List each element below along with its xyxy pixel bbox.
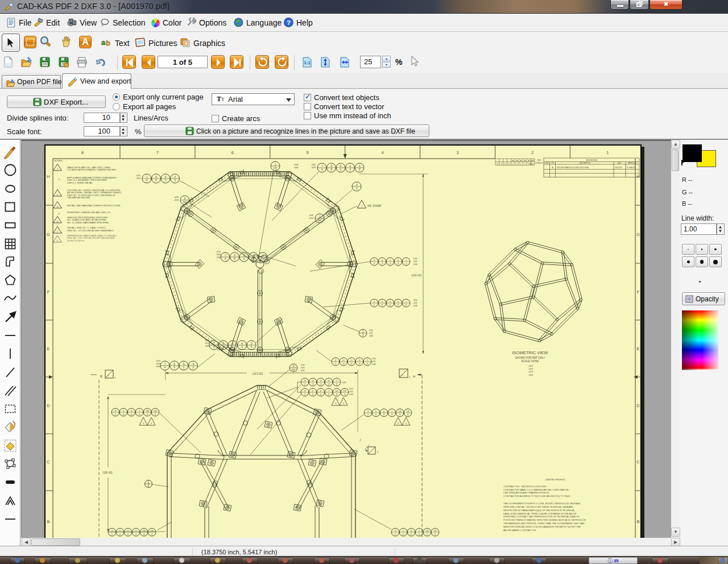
svg-text:INCORPORATED ECN NE-40027: INCORPORATED ECN NE-40027 EDA xyxy=(557,167,589,169)
svg-text:4: 4 xyxy=(382,150,384,155)
svg-text:18: 18 xyxy=(336,389,338,392)
svg-text:5: 5 xyxy=(359,168,361,171)
svg-text:-006: -006 xyxy=(371,363,376,366)
svg-text:NOTES:: NOTES: xyxy=(54,159,63,162)
svg-text:1:1: 1:1 xyxy=(304,60,311,65)
svg-text:PORTIONS THEREOF MARKED WITH T: PORTIONS THEREOF MARKED WITH THIS LEGEND… xyxy=(503,519,586,521)
svg-text:5: 5 xyxy=(183,363,185,366)
svg-text:(105.45): (105.45) xyxy=(102,471,113,474)
svg-text:THE GOVERNMENT'S RIGHTS TO USE: THE GOVERNMENT'S RIGHTS TO USE, MODIFY, … xyxy=(503,502,581,505)
svg-text:-006: -006 xyxy=(205,345,210,347)
svg-text:19: 19 xyxy=(151,529,154,532)
svg-text:SCALE: NONE: SCALE: NONE xyxy=(522,360,539,363)
svg-text:3: 3 xyxy=(241,346,243,349)
svg-text:H: H xyxy=(47,174,49,179)
svg-text:B: B xyxy=(100,375,102,378)
svg-text:a: a xyxy=(101,38,106,47)
svg-text:G: G xyxy=(47,232,50,237)
svg-text:8: 8 xyxy=(81,150,84,155)
svg-text:LINK SIMULATION AND TRAINING D: LINK SIMULATION AND TRAINING DIVISION xyxy=(503,491,549,494)
svg-text:7: 7 xyxy=(225,254,226,257)
svg-text:3: 3 xyxy=(319,215,321,218)
svg-text:B: B xyxy=(47,519,49,524)
svg-text:BEEN PROVIDED ACCESS TO SUCH D: BEEN PROVIDED ACCESS TO SUCH DATA MUST P… xyxy=(503,525,581,528)
svg-text:-006: -006 xyxy=(528,374,533,376)
svg-text:REV: REV xyxy=(537,159,542,161)
svg-text:REVISIONS: REVISIONS xyxy=(586,159,597,161)
svg-text:-006: -006 xyxy=(413,263,417,266)
svg-text:3: 3 xyxy=(356,184,358,186)
svg-text:ABOVE NAMED CONTRACTOR.: ABOVE NAMED CONTRACTOR. xyxy=(503,529,536,532)
svg-text:DATA--NONCOMMERCIAL ITEMS CLAU: DATA--NONCOMMERCIAL ITEMS CLAUSE CONTAIN… xyxy=(503,512,577,515)
svg-text:-006: -006 xyxy=(293,166,299,169)
svg-text:7: 7 xyxy=(321,165,323,168)
svg-text:6: 6 xyxy=(155,179,157,182)
svg-text:4: 4 xyxy=(241,342,243,345)
svg-text:4: 4 xyxy=(213,346,215,349)
svg-text:REF: REF xyxy=(183,201,187,204)
svg-text:7: 7 xyxy=(500,163,502,165)
svg-text:A: A xyxy=(413,375,415,378)
svg-text:A: A xyxy=(528,159,530,162)
svg-text:REF: REF xyxy=(292,369,296,371)
svg-text:LTR: LTR xyxy=(551,162,554,164)
svg-text:-006: -006 xyxy=(156,365,161,368)
svg-text:-005: -005 xyxy=(369,332,373,334)
svg-text:2: 2 xyxy=(362,330,364,333)
svg-text:REF: REF xyxy=(318,219,322,222)
svg-text:1: 1 xyxy=(524,163,526,165)
svg-text:5: 5 xyxy=(243,254,245,257)
svg-text:2.: 2. xyxy=(58,178,60,181)
svg-text:7: 7 xyxy=(164,363,166,366)
svg-text:ZONE: ZONE xyxy=(544,162,548,164)
svg-text:-006: -006 xyxy=(369,335,373,337)
svg-text:B: B xyxy=(636,519,639,524)
svg-text:-004: -004 xyxy=(413,299,417,301)
svg-text:C: C xyxy=(47,459,50,465)
svg-text:-006: -006 xyxy=(174,198,179,201)
svg-text:4: 4 xyxy=(192,363,194,366)
svg-text:-006: -006 xyxy=(349,393,353,396)
svg-text:6: 6 xyxy=(173,366,175,369)
svg-text:E: E xyxy=(636,346,639,351)
svg-text:6: 6 xyxy=(402,374,403,376)
svg-text:4: 4 xyxy=(349,165,351,168)
svg-text:CONTRACTOR NAME: L-3 COMMUNICA: CONTRACTOR NAME: L-3 COMMUNICATIONS CORP… xyxy=(503,488,569,491)
svg-text:A: A xyxy=(512,159,514,162)
svg-text:A: A xyxy=(516,159,518,162)
svg-text:-005: -005 xyxy=(371,360,376,363)
svg-text:1: 1 xyxy=(243,258,245,260)
svg-text:F: F xyxy=(637,289,640,295)
svg-text:-006: -006 xyxy=(413,305,417,307)
svg-text:IDENTIFIED CONTRACT. ANY REPRO: IDENTIFIED CONTRACT. ANY REPRODUCTION OF… xyxy=(503,515,580,518)
svg-text:1: 1 xyxy=(232,346,234,349)
svg-text:-003: -003 xyxy=(342,381,346,384)
svg-text:-004: -004 xyxy=(369,329,373,331)
svg-text:IN SECTION F-F.: IN SECTION F-F. xyxy=(67,239,85,242)
svg-text:7: 7 xyxy=(213,342,215,345)
svg-text:4: 4 xyxy=(512,163,514,165)
svg-text:SHOWN FOR REF ONLY: SHOWN FOR REF ONLY xyxy=(515,356,545,359)
svg-text:E: E xyxy=(47,346,49,351)
svg-text:6: 6 xyxy=(330,165,332,168)
svg-text:-004: -004 xyxy=(300,364,305,366)
svg-text:4: 4 xyxy=(253,254,254,257)
svg-text:LIMITED RIGHTS: LIMITED RIGHTS xyxy=(545,478,565,481)
svg-text:LMS 8-1, SHEET METAL: LMS 8-1, SHEET METAL xyxy=(67,181,93,184)
svg-text:18: 18 xyxy=(399,410,402,413)
svg-text:NO. 15 USING HARDWARE SPECIFIE: NO. 15 USING HARDWARE SPECIFIED. xyxy=(67,221,109,224)
svg-text:19: 19 xyxy=(154,409,157,412)
svg-text:4: 4 xyxy=(377,451,378,453)
svg-text:APPROVED: APPROVED xyxy=(628,162,637,164)
svg-text:-005: -005 xyxy=(349,391,353,393)
svg-text:-005: -005 xyxy=(413,260,417,263)
svg-text:RESTRICTED BY PARAGRAPH (b)(3): RESTRICTED BY PARAGRAPH (b)(3) OF THE RI… xyxy=(503,509,576,512)
svg-text:A: A xyxy=(520,159,522,162)
svg-text:06/02/03: 06/02/03 xyxy=(615,167,622,169)
svg-text:INTERPRET DIMENSIONS IAW LMS 1: INTERPRET DIMENSIONS IAW LMS 1-15. xyxy=(67,211,111,214)
svg-text:2: 2 xyxy=(409,376,410,379)
svg-text:-004: -004 xyxy=(413,258,417,260)
svg-text:1: 1 xyxy=(183,366,185,369)
svg-text:D: D xyxy=(47,403,50,408)
svg-text:5: 5 xyxy=(307,150,309,155)
